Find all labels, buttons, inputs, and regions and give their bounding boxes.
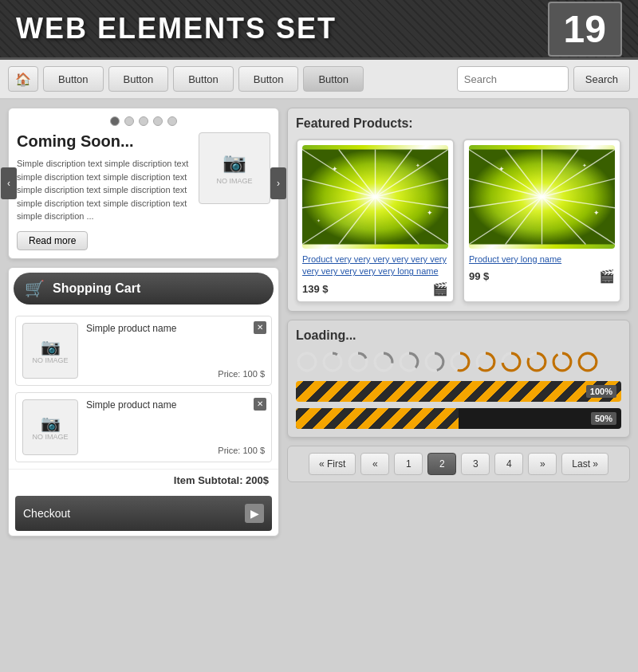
cart-item-2-no-image-label: NO IMAGE bbox=[32, 433, 68, 441]
cart-header: 🛒 Shopping Cart bbox=[14, 273, 274, 305]
pagination-first-button[interactable]: « First bbox=[309, 453, 356, 475]
cart-item-2-no-image-icon: 📷 bbox=[41, 414, 61, 433]
cart-item-2-info: Simple product name bbox=[86, 399, 265, 414]
search-input[interactable] bbox=[457, 66, 569, 92]
pagination-page-4[interactable]: 4 bbox=[494, 453, 523, 475]
loading-widget: Loading... 100% 50% bbox=[287, 320, 630, 438]
slider-title: Coming Soon... bbox=[17, 132, 191, 151]
read-more-button[interactable]: Read more bbox=[17, 231, 88, 250]
progress-full-label: 100% bbox=[586, 385, 616, 398]
spinner-2 bbox=[347, 351, 369, 373]
spinner-row bbox=[296, 351, 621, 373]
checkout-arrow-icon: ▶ bbox=[245, 504, 264, 523]
pagination-prev-button[interactable]: « bbox=[360, 453, 389, 475]
svg-point-37 bbox=[298, 353, 316, 371]
product-2-price: 99 $ bbox=[469, 270, 489, 282]
product-1-image: ✦ ✦ ✦ ✦ bbox=[302, 145, 448, 249]
svg-text:✦: ✦ bbox=[593, 209, 600, 217]
no-image-text: NO IMAGE bbox=[216, 177, 252, 185]
spinner-3 bbox=[372, 351, 395, 373]
checkout-button[interactable]: Checkout ▶ bbox=[15, 496, 272, 531]
svg-text:✦: ✦ bbox=[582, 162, 587, 169]
progress-bar-full: 100% bbox=[296, 381, 621, 402]
cart-icon: 🛒 bbox=[25, 279, 45, 298]
slider-next-arrow[interactable]: › bbox=[270, 167, 286, 199]
svg-text:✦: ✦ bbox=[427, 209, 433, 217]
spinner-6 bbox=[449, 351, 471, 373]
product-card-1: ✦ ✦ ✦ ✦ Product very very very very very… bbox=[296, 139, 455, 303]
pagination-page-3[interactable]: 3 bbox=[461, 453, 490, 475]
svg-text:✦: ✦ bbox=[317, 218, 321, 223]
header-number: 19 bbox=[548, 2, 622, 57]
spinner-4 bbox=[398, 351, 420, 373]
slider-prev-arrow[interactable]: ‹ bbox=[1, 167, 17, 199]
header: WEB ELEMENTS SET 19 bbox=[0, 0, 638, 60]
progress-half-label: 50% bbox=[591, 412, 616, 425]
dot-2[interactable] bbox=[124, 116, 134, 126]
product-2-name[interactable]: Product very long name bbox=[469, 253, 615, 265]
dot-4[interactable] bbox=[153, 116, 163, 126]
spinner-11 bbox=[577, 351, 599, 373]
nav-button-1[interactable]: Button bbox=[43, 66, 104, 92]
cart-subtotal: Item Subtotal: 200$ bbox=[9, 469, 278, 491]
cart-item-2-remove-button[interactable]: ✕ bbox=[254, 398, 266, 411]
nav-button-4[interactable]: Button bbox=[238, 66, 299, 92]
progress-bar-half-container: 50% bbox=[296, 408, 621, 429]
svg-text:✦: ✦ bbox=[498, 165, 505, 173]
dot-1[interactable] bbox=[110, 116, 120, 126]
dot-5[interactable] bbox=[167, 116, 177, 126]
cart-item-1-image: 📷 NO IMAGE bbox=[22, 323, 78, 379]
product-card-2: ✦ ✦ ✦ Product very long name 99 $ 🎬 bbox=[463, 139, 621, 303]
nav-button-5[interactable]: Button bbox=[303, 66, 364, 92]
cart-item-2-name: Simple product name bbox=[86, 399, 265, 411]
svg-point-39 bbox=[324, 353, 341, 371]
main-content: ‹ Coming Soon... Simple discription text… bbox=[0, 100, 638, 672]
cart-item-1-no-image-icon: 📷 bbox=[41, 337, 61, 356]
spinner-1 bbox=[321, 351, 344, 373]
pagination-next-button[interactable]: » bbox=[528, 453, 557, 475]
header-title: WEB ELEMENTS SET bbox=[16, 12, 337, 45]
slider-image: 📷 NO IMAGE bbox=[199, 132, 270, 204]
search-area: Search bbox=[457, 66, 630, 92]
product-1-price: 139 $ bbox=[302, 283, 329, 295]
svg-point-58 bbox=[553, 353, 571, 371]
spinner-10 bbox=[551, 351, 573, 373]
slider-dots bbox=[17, 116, 270, 126]
pagination-last-button[interactable]: Last » bbox=[561, 453, 608, 475]
search-button[interactable]: Search bbox=[573, 66, 630, 92]
pagination-page-2[interactable]: 2 bbox=[427, 453, 456, 475]
cart-item-1-no-image-label: NO IMAGE bbox=[32, 356, 68, 364]
product-1-name[interactable]: Product very very very very very very ve… bbox=[302, 253, 448, 278]
slider-text: Coming Soon... Simple discription text s… bbox=[17, 132, 191, 250]
product-2-footer: 99 $ 🎬 bbox=[469, 269, 615, 284]
dot-3[interactable] bbox=[139, 116, 148, 126]
featured-title: Featured Products: bbox=[296, 116, 621, 131]
featured-products-widget: Featured Products: bbox=[287, 108, 630, 312]
product-1-video-icon[interactable]: 🎬 bbox=[432, 281, 448, 297]
cart-item-2: 📷 NO IMAGE Simple product name ✕ Price: … bbox=[15, 392, 272, 462]
slider-widget: ‹ Coming Soon... Simple discription text… bbox=[8, 108, 279, 259]
home-icon: 🏠 bbox=[15, 72, 31, 87]
home-button[interactable]: 🏠 bbox=[8, 66, 38, 92]
navbar: 🏠 Button Button Button Button Button Sea… bbox=[0, 60, 638, 100]
svg-text:✦: ✦ bbox=[415, 162, 420, 169]
cart-item-2-price: Price: 100 $ bbox=[218, 446, 265, 455]
product-1-footer: 139 $ 🎬 bbox=[302, 281, 448, 297]
cart-item-1-price: Price: 100 $ bbox=[218, 369, 265, 379]
nav-button-2[interactable]: Button bbox=[108, 66, 169, 92]
pagination: « First « 1 2 3 4 » Last » bbox=[287, 446, 630, 482]
loading-title: Loading... bbox=[296, 328, 621, 343]
spinner-9 bbox=[526, 351, 548, 373]
product-2-video-icon[interactable]: 🎬 bbox=[599, 269, 615, 284]
spinner-5 bbox=[423, 351, 446, 373]
slider-content: Coming Soon... Simple discription text s… bbox=[17, 132, 270, 250]
cart-widget: 🛒 Shopping Cart 📷 NO IMAGE Simple produc… bbox=[8, 267, 279, 536]
nav-button-3[interactable]: Button bbox=[173, 66, 234, 92]
cart-item-1-remove-button[interactable]: ✕ bbox=[254, 321, 266, 334]
cart-item-2-image: 📷 NO IMAGE bbox=[22, 399, 78, 455]
right-column: Featured Products: bbox=[287, 108, 630, 664]
slider-description: Simple discription text simple discripti… bbox=[17, 157, 191, 223]
featured-products-list: ✦ ✦ ✦ ✦ Product very very very very very… bbox=[296, 139, 621, 303]
pagination-page-1[interactable]: 1 bbox=[394, 453, 423, 475]
cart-title: Shopping Cart bbox=[53, 281, 140, 296]
